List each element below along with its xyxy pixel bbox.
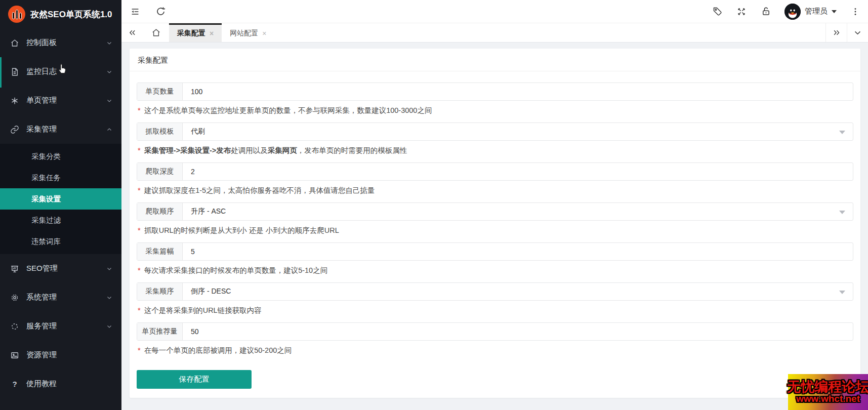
sidebar-item-seo-manage[interactable]: SEO管理 (0, 254, 121, 283)
sidebar-item-label: 服务管理 (26, 321, 99, 331)
field-hint: *采集管理->采集设置->发布处调用以及采集网页，发布单页的时需要用的模板属性 (138, 145, 852, 155)
collect-config-card: 采集配置 单页数量 100 *这个是系统单页每次监控地址更新单页的数量，不参与联… (130, 49, 860, 398)
refresh-icon[interactable] (155, 6, 166, 17)
sidebar-item-label: 系统管理 (26, 293, 99, 302)
crawl-order-select[interactable]: 升序 - ASC (183, 203, 853, 220)
tabbar: 采集配置 × 网站配置 × (121, 23, 868, 43)
sidebar-item-banned-words[interactable]: 违禁词库 (0, 231, 121, 252)
field-label: 采集篇幅 (137, 243, 183, 260)
hint-text: 这个是将采集到的URL链接获取内容 (144, 306, 262, 314)
sidebar-item-label: 单页管理 (26, 96, 99, 105)
tabs-menu-chevron-icon[interactable] (847, 23, 868, 42)
tab-home[interactable] (143, 23, 169, 42)
field-hint: *在每一个单页的底部被调用，建议50-200之间 (138, 345, 852, 355)
app-logo-row[interactable]: 孜然SEO单页系统1.0 (0, 0, 121, 28)
required-marker: * (138, 146, 141, 154)
page-recommend-count-input[interactable]: 50 (183, 323, 853, 340)
collect-config-form: 单页数量 100 *这个是系统单页每次监控地址更新单页的数量，不参与联网采集，数… (130, 71, 860, 389)
hint-text: 这个是系统单页每次监控地址更新单页的数量，不参与联网采集，数量建议100-300… (144, 106, 432, 114)
required-marker: * (138, 186, 141, 194)
crawl-depth-input[interactable]: 2 (183, 163, 853, 180)
image-icon (10, 351, 19, 360)
question-icon (10, 380, 19, 389)
sidebar-item-collect-category[interactable]: 采集分类 (0, 146, 121, 167)
submenu-label: 采集设置 (31, 194, 61, 204)
required-marker: * (138, 226, 141, 234)
required-marker: * (138, 346, 141, 354)
app-window: 孜然SEO单页系统1.0 控制面板 监控日志 单页管理 (0, 0, 868, 410)
kebab-menu-icon[interactable] (850, 6, 861, 17)
hint-text: 处调用以及 (231, 146, 268, 154)
sidebar-item-monitor-logs[interactable]: 监控日志 (0, 57, 121, 86)
field-crawl-depth: 爬取深度 2 (137, 162, 853, 181)
user-name: 管理员 (805, 7, 828, 16)
sidebar-item-service-manage[interactable]: 服务管理 (0, 312, 121, 341)
crawl-template-select[interactable]: 代刷 (183, 123, 853, 140)
fullscreen-icon[interactable] (736, 6, 747, 17)
collect-order-select[interactable]: 倒序 - DESC (183, 283, 853, 300)
sidebar-item-system-manage[interactable]: 系统管理 (0, 283, 121, 312)
hint-text: 采集网页 (268, 146, 297, 154)
field-crawl-order: 爬取顺序 升序 - ASC (137, 202, 853, 221)
sidebar-fold-button[interactable] (130, 6, 141, 17)
field-label: 爬取顺序 (137, 203, 183, 220)
sidebar-item-label: SEO管理 (26, 264, 99, 273)
tabs-scroll-right-icon[interactable] (825, 23, 847, 42)
sidebar-item-collect-manage[interactable]: 采集管理 (0, 115, 121, 144)
close-icon[interactable]: × (210, 30, 214, 37)
user-menu[interactable]: 管理员 (784, 4, 837, 20)
page-count-input[interactable]: 100 (183, 83, 853, 100)
sidebar-item-label: 控制面板 (26, 38, 99, 48)
sidebar-item-resource-manage[interactable]: 资源管理 (0, 341, 121, 370)
main-content: 采集配置 单页数量 100 *这个是系统单页每次监控地址更新单页的数量，不参与联… (121, 43, 868, 410)
hint-text: 抓取URL的时候判断是从大到小 还是 小到大的顺序去爬URL (144, 226, 339, 234)
hint-text: 采集管理->采集设置->发布 (144, 146, 231, 154)
submenu-label: 违禁词库 (31, 237, 61, 247)
page-title: 采集配置 (130, 49, 860, 71)
chevron-down-icon (106, 40, 112, 46)
top-header: 管理员 (121, 0, 868, 23)
sidebar: 孜然SEO单页系统1.0 控制面板 监控日志 单页管理 (0, 0, 121, 410)
tab-collect-config[interactable]: 采集配置 × (169, 23, 222, 42)
asterisk-icon (10, 96, 19, 105)
chevron-down-icon (839, 211, 845, 214)
hint-text: ，发布单页的时需要用的模板属性 (297, 146, 407, 154)
lock-icon[interactable] (760, 6, 771, 17)
tag-icon[interactable] (712, 6, 723, 17)
sidebar-item-tutorial[interactable]: 使用教程 (0, 370, 121, 398)
chevron-down-icon (839, 131, 845, 134)
app-logo-icon (8, 6, 25, 23)
sidebar-item-collect-filter[interactable]: 采集过滤 (0, 210, 121, 231)
document-icon (10, 67, 19, 76)
chevron-down-icon (106, 266, 112, 272)
sidebar-item-page-manage[interactable]: 单页管理 (0, 86, 121, 115)
collect-batch-size-input[interactable]: 5 (183, 243, 853, 260)
field-label: 爬取深度 (137, 163, 183, 180)
sidebar-item-dashboard[interactable]: 控制面板 (0, 28, 121, 57)
field-hint: *这个是系统单页每次监控地址更新单页的数量，不参与联网采集，数量建议100-30… (138, 105, 852, 115)
sidebar-item-label: 监控日志 (26, 67, 99, 76)
app-title: 孜然SEO单页系统1.0 (30, 9, 112, 20)
field-hint: *这个是将采集到的URL链接获取内容 (138, 305, 852, 315)
field-collect-order: 采集顺序 倒序 - DESC (137, 282, 853, 301)
field-label: 采集顺序 (137, 283, 183, 300)
field-page-recommend-count: 单页推荐量 50 (137, 322, 853, 341)
submenu-label: 采集分类 (31, 152, 61, 161)
close-icon[interactable]: × (262, 30, 266, 37)
submenu-label: 采集任务 (31, 173, 61, 183)
required-marker: * (138, 266, 141, 274)
watermark-line2: www.whct.net (796, 394, 860, 404)
chevron-down-icon (106, 323, 112, 330)
tab-site-config[interactable]: 网站配置 × (222, 23, 274, 42)
presentation-icon (10, 264, 19, 273)
sidebar-scrollbar-thumb[interactable] (0, 57, 2, 88)
save-config-button[interactable]: 保存配置 (137, 370, 252, 389)
chevron-down-icon (106, 98, 112, 104)
tab-label: 采集配置 (177, 29, 205, 38)
sidebar-item-collect-task[interactable]: 采集任务 (0, 167, 121, 188)
tabs-scroll-left-icon[interactable] (121, 23, 143, 42)
avatar (784, 4, 801, 20)
sidebar-item-collect-settings[interactable]: 采集设置 (0, 188, 121, 210)
field-hint: *每次请求采集接口的时候发布的单页数量，建议5-10之间 (138, 265, 852, 275)
field-page-count: 单页数量 100 (137, 83, 853, 101)
